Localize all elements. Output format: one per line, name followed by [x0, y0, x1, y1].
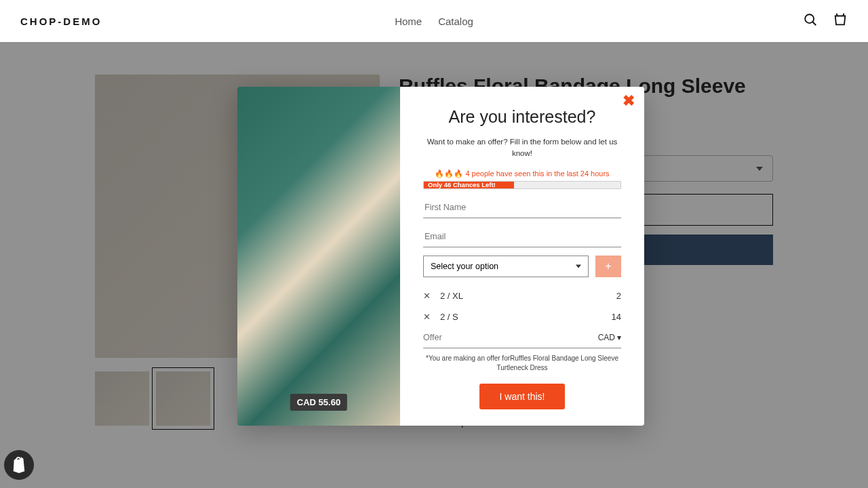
option-row: Select your option +	[423, 256, 621, 277]
remove-icon[interactable]: ✕	[423, 312, 431, 322]
submit-offer-button[interactable]: I want this!	[479, 384, 566, 409]
chances-text: Only 46 Chances Left!	[428, 181, 496, 188]
close-icon[interactable]: ✖	[623, 92, 635, 110]
offer-row: CAD▾	[423, 329, 621, 348]
offer-modal: CAD 55.60 ✖ Are you interested? Want to …	[237, 87, 644, 426]
currency-select[interactable]: CAD▾	[598, 333, 621, 342]
social-proof: 🔥🔥🔥 4 people have seen this in the last …	[423, 169, 621, 178]
variant-qty: 14	[612, 312, 621, 322]
add-option-button[interactable]: +	[595, 256, 621, 277]
modal-product-image: CAD 55.60	[237, 87, 400, 426]
first-name-input[interactable]	[423, 197, 621, 218]
nav-home[interactable]: Home	[395, 16, 422, 27]
variant-label: 2 / S	[440, 312, 458, 322]
chevron-down-icon: ▾	[617, 333, 621, 342]
offer-input[interactable]	[423, 333, 598, 342]
cart-icon[interactable]	[833, 12, 848, 30]
header-icons	[803, 12, 848, 30]
modal-title: Are you interested?	[423, 107, 621, 127]
main-nav: Home Catalog	[395, 16, 473, 27]
email-input[interactable]	[423, 226, 621, 247]
option-placeholder: Select your option	[431, 262, 498, 271]
logo[interactable]: CHOP-DEMO	[20, 16, 102, 27]
offer-disclaimer: *You are making an offer forRuffles Flor…	[423, 354, 621, 373]
chances-bar: Only 46 Chances Left!	[423, 181, 621, 189]
modal-body: ✖ Are you interested? Want to make an of…	[400, 87, 644, 426]
variant-qty: 2	[616, 291, 621, 301]
nav-catalog[interactable]: Catalog	[438, 16, 473, 27]
modal-subtitle: Want to make an offer? Fill in the form …	[423, 136, 621, 160]
shopify-badge-icon[interactable]	[4, 450, 34, 480]
variant-line: ✕ 2 / S 14	[423, 306, 621, 327]
variant-label: 2 / XL	[440, 291, 463, 301]
svg-line-1	[812, 22, 816, 25]
price-badge: CAD 55.60	[290, 394, 347, 411]
svg-point-0	[805, 14, 814, 23]
remove-icon[interactable]: ✕	[423, 291, 431, 301]
variant-line: ✕ 2 / XL 2	[423, 285, 621, 306]
search-icon[interactable]	[803, 12, 818, 30]
option-select[interactable]: Select your option	[423, 256, 589, 277]
site-header: CHOP-DEMO Home Catalog	[0, 0, 868, 42]
